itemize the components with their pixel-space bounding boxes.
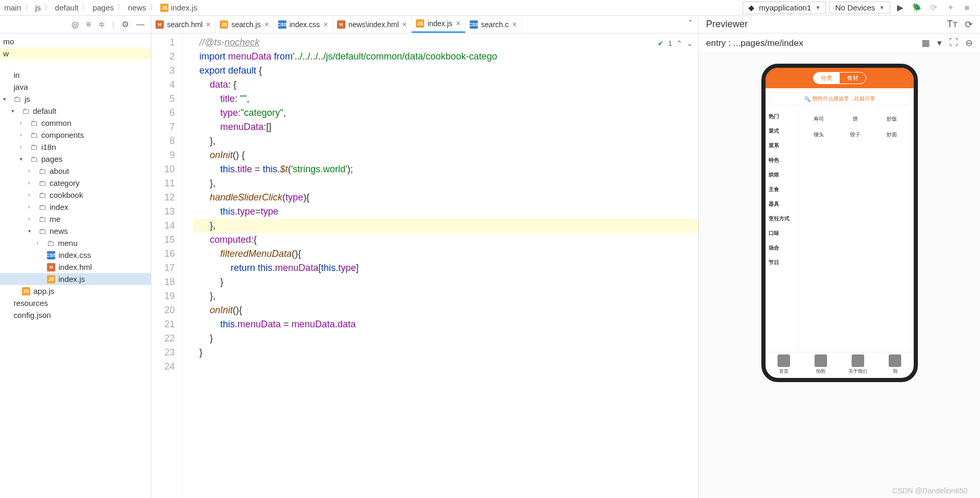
chevron-icon[interactable]: › (28, 180, 35, 186)
chevron-icon[interactable]: › (37, 240, 44, 246)
font-size-icon[interactable]: TT (947, 19, 958, 30)
tree-item-in[interactable]: in (0, 69, 151, 81)
tree-item-js[interactable]: ▾🗀js (0, 93, 151, 105)
debug-button[interactable]: 🪲 (910, 2, 924, 14)
problems-count[interactable]: 1 (668, 37, 672, 51)
close-icon[interactable]: ✕ (323, 21, 328, 28)
tab-overflow-dropdown[interactable]: ⌄ (683, 16, 698, 33)
search-input[interactable]: 🔍 想吃什么搜这里，比如川菜 (769, 92, 910, 105)
tree-item-index.hml[interactable]: Hindex.hml (0, 261, 151, 273)
tree-item-app.js[interactable]: JSapp.js (0, 285, 151, 297)
category-特色[interactable]: 特色 (766, 153, 798, 168)
folder-icon: 🗀 (39, 191, 46, 199)
prev-problem-icon[interactable]: ⌃ (676, 37, 683, 51)
nav-关于我们[interactable]: 关于我们 (840, 352, 877, 378)
tab-index.css[interactable]: CSSindex.css✕ (274, 16, 333, 33)
profile-button[interactable]: ✦ (943, 2, 957, 14)
category-节日[interactable]: 节日 (766, 255, 798, 270)
nav-icon (778, 354, 790, 367)
breadcrumb[interactable]: main〉 js〉 default〉 pages〉 news〉 JS index… (0, 3, 743, 13)
grid-item-炒饭[interactable]: 炒饭 (874, 111, 910, 127)
run-button[interactable]: ▶ (893, 2, 907, 14)
tree-item-common[interactable]: ›🗀common (0, 117, 151, 129)
category-口味[interactable]: 口味 (766, 226, 798, 241)
tree-item-category[interactable]: ›🗀category (0, 177, 151, 189)
target-icon[interactable]: ◎ (71, 19, 79, 29)
category-热门[interactable]: 热门 (766, 109, 798, 124)
close-icon[interactable]: ✕ (512, 21, 517, 28)
chevron-icon[interactable]: › (20, 144, 27, 150)
zoom-out-icon[interactable]: ⊖ (965, 38, 973, 49)
chevron-down-icon[interactable]: ▾ (937, 38, 942, 49)
tree-item-config.json[interactable]: config.json (0, 309, 151, 321)
refresh-icon[interactable]: ⟳ (965, 19, 973, 30)
category-场合[interactable]: 场合 (766, 241, 798, 255)
tree-item-index.js[interactable]: JSindex.js (0, 273, 151, 285)
hide-icon[interactable]: — (136, 20, 145, 29)
tree-root[interactable]: mo (0, 35, 151, 48)
tree-item-i18n[interactable]: ›🗀i18n (0, 141, 151, 153)
collapse-icon[interactable]: ≑ (98, 19, 105, 29)
chevron-icon[interactable]: › (28, 192, 35, 198)
folder-icon: 🗀 (39, 227, 46, 235)
grid-item-馒头[interactable]: 馒头 (801, 127, 838, 143)
chevron-icon[interactable]: ▾ (11, 108, 19, 114)
code-editor[interactable]: 123456789101112131415161718192021222324 … (151, 33, 698, 498)
tab-category[interactable]: 分类 (814, 73, 840, 84)
project-dropdown[interactable]: ◆ myapplication1 ▼ (743, 2, 826, 14)
tree-item-java[interactable]: java (0, 81, 151, 93)
tree-item-me[interactable]: ›🗀me (0, 213, 151, 225)
grid-item-饼[interactable]: 饼 (837, 111, 874, 127)
tab-ingredient[interactable]: 食材 (840, 73, 866, 84)
close-icon[interactable]: ✕ (402, 21, 407, 28)
chevron-icon[interactable]: ▾ (20, 156, 27, 162)
grid-item-饺子[interactable]: 饺子 (837, 127, 874, 143)
crop-icon[interactable]: ⛶ (949, 38, 958, 49)
tab-index.js[interactable]: JSindex.js✕ (412, 16, 465, 33)
tree-item[interactable]: w (0, 48, 151, 60)
tree-item-news[interactable]: ▾🗀news (0, 225, 151, 237)
tab-search.js[interactable]: JSsearch.js✕ (216, 16, 273, 33)
devices-dropdown[interactable]: No Devices ▼ (829, 2, 890, 14)
tree-item-cookbook[interactable]: ›🗀cookbook (0, 189, 151, 201)
tree-item-menu[interactable]: ›🗀menu (0, 237, 151, 249)
nav-首页[interactable]: 首页 (766, 352, 803, 378)
tab-search.hml[interactable]: Hsearch.hml✕ (151, 16, 216, 33)
chevron-icon[interactable]: › (20, 132, 27, 138)
tree-item-about[interactable]: ›🗀about (0, 165, 151, 177)
js-icon: JS (220, 20, 228, 29)
chevron-icon[interactable]: › (28, 168, 35, 174)
tree-item-components[interactable]: ›🗀components (0, 129, 151, 141)
close-icon[interactable]: ✕ (456, 20, 461, 27)
stop-button[interactable]: ■ (960, 2, 974, 14)
category-菜式[interactable]: 菜式 (766, 124, 798, 138)
next-problem-icon[interactable]: ⌄ (687, 37, 693, 51)
chevron-icon[interactable]: ▾ (28, 228, 35, 234)
tree-item-index[interactable]: ›🗀index (0, 201, 151, 213)
grid-item-寿司[interactable]: 寿司 (801, 111, 838, 127)
gear-icon[interactable]: ⚙ (122, 19, 129, 29)
tree-item-index.css[interactable]: CSSindex.css (0, 249, 151, 261)
category-主食[interactable]: 主食 (766, 182, 798, 197)
category-菜系[interactable]: 菜系 (766, 138, 798, 153)
category-器具[interactable]: 器具 (766, 197, 798, 211)
nav-我[interactable]: 我 (877, 352, 914, 378)
category-烹饪方式[interactable]: 烹饪方式 (766, 211, 798, 226)
expand-icon[interactable]: ≡ (86, 20, 91, 29)
coverage-button[interactable]: ⟳ (927, 2, 940, 14)
grid-item-炒面[interactable]: 炒面 (874, 127, 910, 143)
close-icon[interactable]: ✕ (206, 21, 211, 28)
tree-item-pages[interactable]: ▾🗀pages (0, 153, 151, 165)
tree-item-resources[interactable]: resources (0, 297, 151, 309)
tab-search.c[interactable]: CSSsearch.c✕ (465, 16, 522, 33)
chevron-icon[interactable]: › (20, 120, 27, 126)
chevron-icon[interactable]: ▾ (3, 96, 10, 102)
tab-news\index.hml[interactable]: Hnews\index.hml✕ (333, 16, 412, 33)
grid-icon[interactable]: ▦ (922, 38, 930, 49)
tree-item-default[interactable]: ▾🗀default (0, 105, 151, 117)
chevron-icon[interactable]: › (28, 216, 35, 222)
close-icon[interactable]: ✕ (264, 21, 269, 28)
chevron-icon[interactable]: › (28, 204, 35, 210)
nav-拍照[interactable]: 拍照 (803, 352, 840, 378)
category-烘焙[interactable]: 烘焙 (766, 168, 798, 182)
